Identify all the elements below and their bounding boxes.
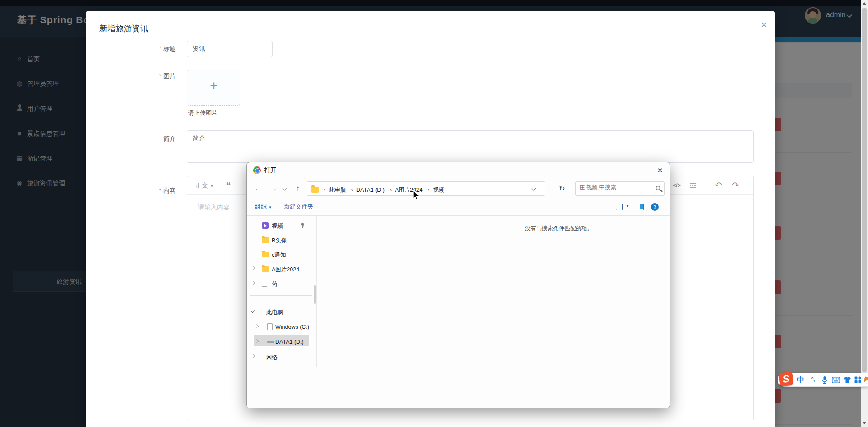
upload-hint: 请上传图片	[188, 109, 217, 117]
chevron-down-icon: ▼	[210, 184, 214, 189]
chevron-right-icon	[251, 354, 255, 358]
ime-cn-mode-icon[interactable]: 中	[796, 375, 805, 384]
breadcrumb-drive-d[interactable]: DATA1 (D:)	[356, 187, 385, 193]
quote-icon[interactable]: ❝	[222, 176, 235, 195]
image-label: 图片	[126, 72, 176, 81]
chevron-down-icon	[251, 309, 255, 313]
chevron-right-icon	[251, 266, 255, 270]
dialog-title: 打开	[264, 166, 277, 175]
quick-access-videos[interactable]: 视频	[247, 220, 316, 232]
drive-c-icon	[267, 323, 273, 330]
folder-icon	[311, 187, 319, 193]
dialog-titlebar[interactable]: 打开 ✕	[247, 162, 670, 178]
organize-button[interactable]: 组织 ▼	[255, 203, 272, 211]
chevron-right-icon: ›	[387, 186, 395, 193]
quick-access-pictures-2024[interactable]: A图片2024	[247, 263, 316, 275]
image-upload-button[interactable]: +	[187, 70, 240, 106]
file-icon	[262, 280, 267, 287]
ime-punctuation-icon[interactable]: °,	[808, 375, 817, 384]
redo-icon[interactable]: ↷	[728, 176, 743, 195]
preview-pane-icon[interactable]	[637, 204, 644, 210]
chevron-right-icon	[251, 281, 255, 285]
chevron-right-icon: ›	[348, 186, 356, 193]
folder-icon	[262, 237, 269, 243]
scroll-down-arrow[interactable]	[862, 422, 867, 424]
forward-button[interactable]: →	[267, 181, 280, 196]
tree-drive-c[interactable]: Windows (C:)	[247, 321, 316, 333]
help-icon[interactable]: ?	[651, 203, 659, 211]
undo-icon[interactable]: ↶	[711, 176, 726, 195]
mouse-cursor	[412, 190, 422, 203]
file-open-dialog: 打开 ✕ ← → ↑ ›此电脑 ›DATA1 (D:) ›A图片2024 ›视频…	[246, 162, 670, 408]
sogou-logo-icon[interactable]: S	[778, 371, 794, 387]
fox-mascot-icon[interactable]	[863, 375, 868, 384]
pane-divider	[250, 295, 312, 296]
chevron-right-icon: ›	[425, 186, 433, 193]
video-folder-icon	[262, 222, 269, 229]
keyboard-icon[interactable]	[831, 375, 840, 384]
modal-title: 新增旅游资讯	[99, 23, 148, 34]
divider-icon[interactable]	[686, 176, 700, 195]
chevron-down-icon: ▼	[269, 205, 272, 209]
page-scrollbar[interactable]	[861, 0, 868, 427]
chevron-right-icon: ›	[321, 186, 329, 193]
navigation-pane: 视频 B头像 c通知 A图片2024 药	[247, 216, 317, 367]
pane-scrollbar-thumb[interactable]	[314, 285, 316, 304]
scroll-up-arrow[interactable]	[862, 2, 867, 5]
view-mode-icon[interactable]	[616, 204, 623, 210]
search-input[interactable]	[579, 184, 651, 190]
view-mode-chevron[interactable]: ▼	[626, 204, 629, 208]
scrollbar-thumb[interactable]	[862, 8, 867, 372]
folder-icon	[262, 252, 269, 257]
tree-drive-d-selected[interactable]: DATA1 (D:)	[247, 336, 316, 348]
dialog-footer: 文件名(N): 图片文件 打开(O) 取消	[247, 367, 670, 408]
screen: 基于 Spring Bo admin ⌂ 首页 ◍ 管理员管理 用户管理	[0, 0, 868, 427]
pin-icon	[300, 223, 305, 228]
breadcrumb-this-pc[interactable]: 此电脑	[329, 187, 346, 193]
back-button[interactable]: ←	[251, 181, 265, 196]
empty-results-message: 没有与搜索条件匹配的项。	[525, 225, 593, 232]
up-button[interactable]: ↑	[291, 181, 305, 196]
chevron-right-icon	[255, 339, 259, 343]
chevron-right-icon	[255, 324, 259, 328]
title-input[interactable]	[187, 41, 273, 57]
search-icon	[656, 186, 660, 190]
microphone-icon[interactable]	[820, 375, 829, 384]
breadcrumb-bar[interactable]: ›此电脑 ›DATA1 (D:) ›A图片2024 ›视频	[307, 181, 545, 196]
skin-icon[interactable]	[843, 375, 852, 384]
drive-d-icon	[267, 341, 274, 343]
close-icon[interactable]: ✕	[655, 166, 665, 176]
tree-this-pc[interactable]: 此电脑	[247, 306, 316, 318]
quick-access-medicine[interactable]: 药	[247, 278, 316, 289]
close-icon[interactable]: ×	[759, 19, 769, 30]
content-label: 内容	[126, 187, 176, 195]
folder-icon	[262, 266, 269, 272]
plus-icon: +	[187, 78, 241, 94]
breadcrumb-videos[interactable]: 视频	[433, 187, 444, 193]
recent-locations-chevron[interactable]	[283, 186, 287, 191]
chrome-icon	[253, 166, 261, 174]
tree-network[interactable]: 网络	[247, 351, 316, 363]
intro-label: 简介	[126, 135, 176, 143]
new-folder-button[interactable]: 新建文件夹	[284, 203, 313, 211]
search-box[interactable]	[575, 181, 665, 196]
paragraph-dropdown[interactable]: 正文 ▼	[194, 176, 215, 195]
address-dropdown-chevron[interactable]	[532, 186, 536, 191]
ime-toolbar: S 中 °,	[778, 373, 868, 387]
refresh-icon[interactable]: ↻	[555, 181, 569, 196]
title-label: 标题	[126, 45, 176, 53]
dialog-toolbar: 组织 ▼ 新建文件夹 ▼ ?	[247, 199, 670, 216]
intro-textarea[interactable]	[187, 130, 754, 163]
code-icon[interactable]: </>	[669, 176, 684, 195]
editor-placeholder: 请输入内容	[198, 204, 230, 212]
quick-access-b-avatars[interactable]: B头像	[247, 234, 316, 246]
toolbox-grid-icon[interactable]	[853, 375, 862, 384]
quick-access-c-notice[interactable]: c通知	[247, 249, 316, 261]
